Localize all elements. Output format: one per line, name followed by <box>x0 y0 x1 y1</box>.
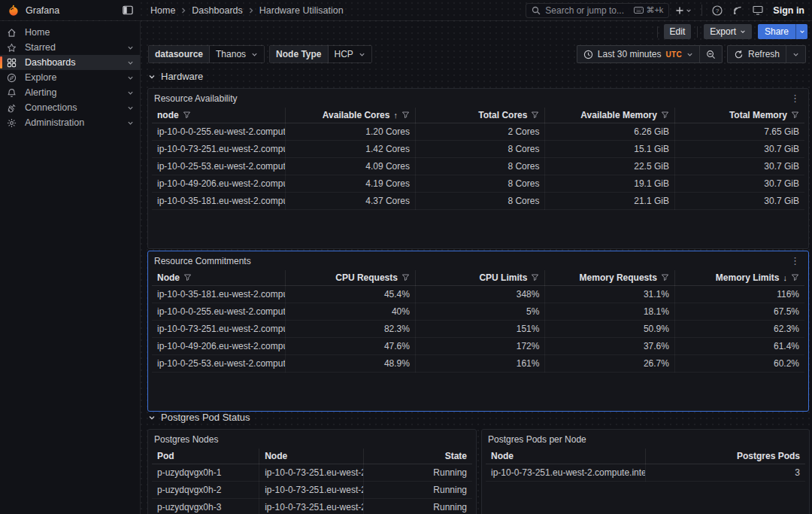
chevron-down-icon[interactable] <box>127 59 134 66</box>
filter-icon[interactable] <box>401 111 410 119</box>
table-row: p-uzydqvgx0h-3ip-10-0-73-251.eu-west-2.c… <box>152 498 472 514</box>
breadcrumb-dashboards[interactable]: Dashboards <box>192 5 242 16</box>
variable-label: datasource <box>149 46 210 62</box>
chevron-down-icon[interactable] <box>127 90 134 96</box>
filter-icon[interactable] <box>183 273 192 281</box>
sidebar-item-dashboards[interactable]: Dashboards <box>0 55 140 70</box>
filter-icon[interactable] <box>661 111 669 119</box>
gear-icon <box>7 118 17 128</box>
sidebar-item-home[interactable]: Home <box>0 25 140 40</box>
section-header-hardware[interactable]: Hardware <box>148 71 203 82</box>
filter-icon[interactable] <box>791 111 799 119</box>
time-range-picker[interactable]: Last 30 minutes UTC <box>577 46 699 62</box>
table-cell: 3 <box>646 464 806 481</box>
help-icon[interactable]: ? <box>712 5 723 16</box>
table-cell: 19.1 GiB <box>545 175 675 192</box>
chevron-down-icon <box>686 51 693 58</box>
panel-menu-icon[interactable]: ⋮ <box>788 257 802 265</box>
refresh-button[interactable]: Refresh <box>728 46 786 62</box>
column-header[interactable]: CPU Requests <box>286 270 416 285</box>
column-header[interactable]: State <box>363 449 472 464</box>
column-header[interactable]: Memory Requests <box>545 270 675 285</box>
divider <box>697 26 698 38</box>
section-title: Postgres Pod Status <box>161 412 250 423</box>
new-menu-button[interactable] <box>675 6 692 15</box>
chevron-down-icon[interactable] <box>127 105 134 111</box>
column-header[interactable]: Node <box>152 270 286 285</box>
panel-title[interactable]: Postgres Nodes <box>154 434 218 445</box>
share-menu-button[interactable] <box>795 24 807 39</box>
section-header-postgres[interactable]: Postgres Pod Status <box>148 412 250 423</box>
column-header[interactable]: Total Memory <box>674 108 804 123</box>
panel-resource-availability: Resource Availability ⋮ nodeAvailable Co… <box>147 88 809 249</box>
column-header[interactable]: Node <box>486 449 646 464</box>
panel-title[interactable]: Resource Availability <box>154 93 238 104</box>
column-header[interactable]: Available Cores↑ <box>286 108 416 123</box>
filter-icon[interactable] <box>401 273 410 281</box>
filter-icon[interactable] <box>661 273 669 281</box>
table-cell: 348% <box>415 285 545 303</box>
edit-button[interactable]: Edit <box>664 24 692 39</box>
share-button-group: Share <box>758 24 807 39</box>
compass-icon <box>7 73 17 83</box>
sidebar: Home Starred Dashboards Explore Alerting <box>0 21 141 514</box>
table-cell: ip-10-0-25-53.eu-west-2.compute.internal <box>152 354 286 372</box>
chevron-right-icon <box>248 8 254 14</box>
filter-icon[interactable] <box>183 111 191 119</box>
sidebar-item-explore[interactable]: Explore <box>0 70 140 85</box>
table-cell: 1.42 Cores <box>286 140 416 157</box>
column-header-label: Total Memory <box>729 110 787 120</box>
column-header[interactable]: Memory Limits↓ <box>674 270 804 285</box>
column-header[interactable]: Total Cores <box>415 108 545 123</box>
top-navigation: Grafana Home Dashboards Hardware Utilisa… <box>0 0 812 21</box>
table-cell: 30.7 GiB <box>674 175 804 192</box>
search-input[interactable]: Search or jump to... ⌘+k <box>526 3 669 18</box>
sidebar-item-starred[interactable]: Starred <box>0 40 140 55</box>
chevron-down-icon[interactable] <box>127 120 134 126</box>
share-button[interactable]: Share <box>758 24 795 39</box>
filter-icon[interactable] <box>791 273 799 281</box>
table-cell: 4.37 Cores <box>286 192 416 209</box>
sidebar-toggle-icon[interactable] <box>123 5 133 15</box>
column-header[interactable]: Available Memory <box>545 108 675 123</box>
table-cell: ip-10-0-73-251.eu-west-2.compute.interna… <box>259 464 363 481</box>
variable-value-dropdown[interactable]: Thanos <box>210 46 264 62</box>
zoom-out-button[interactable] <box>699 46 722 62</box>
table-cell: ip-10-0-49-206.eu-west-2.compute.interna… <box>152 175 286 192</box>
sidebar-item-administration[interactable]: Administration <box>0 115 140 130</box>
grafana-logo-icon[interactable] <box>8 5 20 17</box>
variable-value-dropdown[interactable]: HCP <box>329 46 371 62</box>
chevron-down-icon[interactable] <box>127 44 134 51</box>
filter-icon[interactable] <box>531 273 539 281</box>
sidebar-item-connections[interactable]: Connections <box>0 100 140 115</box>
sidebar-item-alerting[interactable]: Alerting <box>0 85 140 100</box>
export-button[interactable]: Export <box>704 24 752 39</box>
panel-title[interactable]: Resource Commitments <box>154 256 251 266</box>
chevron-down-icon <box>251 51 258 58</box>
sign-in-button[interactable]: Sign in <box>773 5 804 16</box>
table-row: ip-10-0-73-251.eu-west-2.compute.interna… <box>152 320 804 337</box>
table-cell: ip-10-0-73-251.eu-west-2.compute.interna… <box>259 498 363 514</box>
news-icon[interactable] <box>732 5 743 16</box>
screen-icon[interactable] <box>753 5 763 15</box>
variable-datasource[interactable]: datasource Thanos <box>148 45 265 63</box>
column-header[interactable]: node <box>152 108 286 123</box>
panel-menu-icon[interactable]: ⋮ <box>788 95 802 102</box>
column-header-label: node <box>157 110 179 120</box>
column-header[interactable]: Postgres Pods <box>646 449 806 464</box>
column-header[interactable]: Pod <box>152 449 259 464</box>
chevron-down-icon[interactable] <box>127 75 134 81</box>
column-header[interactable]: CPU Limits <box>415 270 545 285</box>
column-header[interactable]: Node <box>259 449 363 464</box>
breadcrumb-home[interactable]: Home <box>150 5 175 16</box>
table-cell: 21.1 GiB <box>545 192 675 209</box>
refresh-interval-button[interactable] <box>786 46 805 62</box>
sort-asc-icon: ↑ <box>393 111 398 120</box>
sidebar-item-label: Explore <box>25 72 119 83</box>
filter-icon[interactable] <box>531 111 539 119</box>
column-header-label: Memory Requests <box>580 272 657 283</box>
variable-node-type[interactable]: Node Type HCP <box>269 45 372 63</box>
search-placeholder: Search or jump to... <box>545 5 629 16</box>
panel-title[interactable]: Postgres Pods per Node <box>488 434 586 445</box>
table-cell: 8 Cores <box>415 157 545 175</box>
